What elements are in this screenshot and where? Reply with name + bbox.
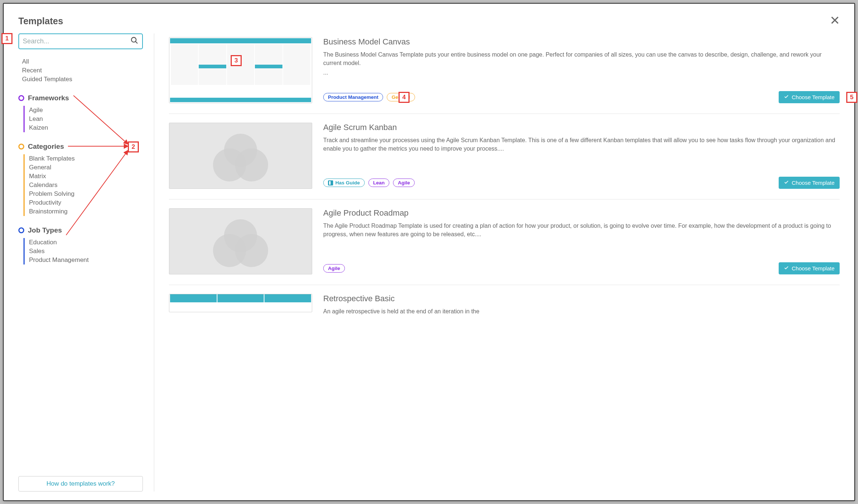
nav-group-jobtypes: Job Types Education Sales Product Manage… (18, 226, 143, 264)
filter-all[interactable]: All (22, 57, 143, 66)
tag-pill[interactable]: General (387, 93, 415, 101)
nav-item[interactable]: Problem Solving (29, 190, 143, 198)
nav-item[interactable]: Lean (29, 115, 143, 123)
template-body: Agile Scrum Kanban Track and streamline … (323, 123, 840, 189)
nav-item[interactable]: General (29, 163, 143, 172)
template-footer: Product Management General Choose Templa… (323, 91, 840, 103)
nav-header-jobtypes[interactable]: Job Types (18, 226, 143, 234)
tag-label: Has Guide (335, 180, 360, 186)
nav-header-categories[interactable]: Categories (18, 143, 143, 151)
close-button[interactable] (830, 15, 840, 27)
help-templates-button[interactable]: How do templates work? (18, 476, 143, 492)
filter-guided[interactable]: Guided Templates (22, 75, 143, 84)
modal-body: All Recent Guided Templates Frameworks A… (18, 33, 840, 492)
nav-group-frameworks: Frameworks Agile Lean Kaizen (18, 94, 143, 132)
choose-template-button[interactable]: Choose Template (779, 262, 840, 274)
choose-template-button[interactable]: Choose Template (779, 91, 840, 103)
template-body: Business Model Canvas The Business Model… (323, 37, 840, 103)
modal-header: Templates (18, 15, 840, 27)
nav-item[interactable]: Education (29, 238, 143, 247)
venn-icon (211, 219, 270, 263)
nav-item[interactable]: Productivity (29, 198, 143, 207)
nav-item[interactable]: Product Management (29, 256, 143, 264)
templates-modal: Templates All Recent Guided Templates (3, 3, 855, 501)
nav-list-categories: Blank Templates General Matrix Calendars… (24, 154, 143, 216)
template-description: The Business Model Canvas Template puts … (323, 50, 840, 67)
template-title: Agile Scrum Kanban (323, 123, 840, 132)
retro-preview (170, 294, 311, 302)
template-title: Agile Product Roadmap (323, 208, 840, 218)
template-card: Agile Product Roadmap The Agile Product … (169, 205, 840, 285)
nav-item[interactable]: Blank Templates (29, 154, 143, 163)
venn-icon (211, 134, 270, 178)
annotation-1: 1 (1, 33, 12, 44)
close-icon (830, 19, 840, 26)
template-thumbnail[interactable] (169, 294, 312, 312)
choose-label: Choose Template (792, 265, 834, 271)
check-icon (784, 180, 789, 186)
nav-item[interactable]: Matrix (29, 172, 143, 181)
tag-pill[interactable]: Agile (393, 179, 415, 187)
nav-group-label: Frameworks (28, 94, 69, 102)
nav-list-frameworks: Agile Lean Kaizen (24, 106, 143, 132)
template-thumbnail[interactable] (169, 208, 312, 274)
choose-label: Choose Template (792, 180, 834, 186)
nav-list-jobtypes: Education Sales Product Management (24, 238, 143, 264)
ellipsis: ... (323, 69, 840, 76)
template-body: Retrospective Basic An agile retrospecti… (323, 294, 840, 318)
ring-icon (18, 95, 24, 101)
nav-item[interactable]: Calendars (29, 181, 143, 190)
nav-item[interactable]: Agile (29, 106, 143, 115)
top-filters: All Recent Guided Templates (18, 57, 143, 84)
nav-group-categories: Categories Blank Templates General Matri… (18, 143, 143, 216)
modal-title: Templates (18, 16, 63, 26)
template-footer: Has Guide Lean Agile Choose Template (323, 177, 840, 189)
annotation-5: 5 (846, 92, 857, 103)
search-input[interactable] (23, 37, 130, 45)
svg-point-0 (131, 37, 136, 42)
nav-item[interactable]: Sales (29, 247, 143, 256)
template-description: An agile retrospective is held at the en… (323, 307, 840, 316)
choose-label: Choose Template (792, 94, 834, 100)
canvas-preview (170, 38, 311, 102)
nav-item[interactable]: Kaizen (29, 123, 143, 132)
guide-icon (328, 180, 333, 186)
template-card: Business Model Canvas The Business Model… (169, 33, 840, 114)
tag-pill[interactable]: Product Management (323, 93, 383, 101)
template-card: Retrospective Basic An agile retrospecti… (169, 290, 840, 328)
template-body: Agile Product Roadmap The Agile Product … (323, 208, 840, 274)
template-title: Business Model Canvas (323, 37, 840, 47)
template-card: Agile Scrum Kanban Track and streamline … (169, 119, 840, 199)
nav-group-label: Categories (28, 143, 64, 151)
template-list[interactable]: Business Model Canvas The Business Model… (154, 33, 840, 492)
nav-group-label: Job Types (28, 226, 62, 234)
nav-item[interactable]: Brainstorming (29, 207, 143, 216)
template-title: Retrospective Basic (323, 294, 840, 303)
ring-icon (18, 227, 24, 233)
template-footer: Agile Choose Template (323, 262, 840, 274)
nav-header-frameworks[interactable]: Frameworks (18, 94, 143, 102)
check-icon (784, 265, 789, 271)
tag-pill[interactable]: Lean (368, 179, 390, 187)
choose-template-button[interactable]: Choose Template (779, 177, 840, 189)
template-thumbnail[interactable] (169, 123, 312, 189)
tag-pill-hasguide[interactable]: Has Guide (323, 179, 365, 187)
search-input-wrapper[interactable] (18, 33, 143, 49)
sidebar: All Recent Guided Templates Frameworks A… (18, 33, 154, 492)
search-icon (130, 36, 138, 46)
template-thumbnail[interactable] (169, 37, 312, 103)
check-icon (784, 94, 789, 100)
tag-pill[interactable]: Agile (323, 264, 345, 273)
ring-icon (18, 144, 24, 150)
template-description: Track and streamline your processes usin… (323, 136, 840, 153)
template-description: The Agile Product Roadmap Template is us… (323, 222, 840, 238)
filter-recent[interactable]: Recent (22, 66, 143, 75)
